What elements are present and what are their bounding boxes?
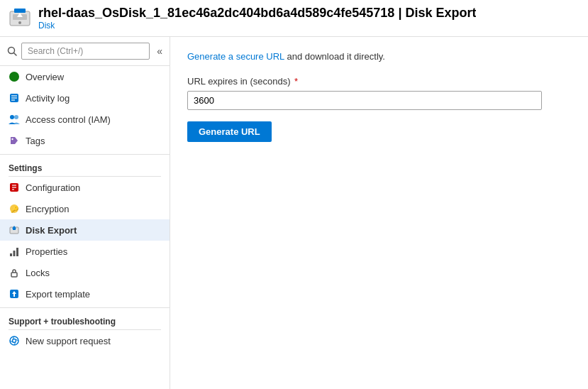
encryption-icon: 🔑	[9, 203, 20, 214]
overview-icon	[9, 71, 20, 82]
svg-rect-27	[11, 273, 17, 277]
required-indicator: *	[294, 76, 298, 87]
sidebar-item-activity-log[interactable]: Activity log	[0, 87, 170, 109]
svg-rect-24	[10, 253, 12, 256]
url-expires-field-group: URL expires in (seconds) *	[187, 76, 571, 110]
generate-url-button[interactable]: Generate URL	[187, 121, 272, 142]
svg-rect-25	[13, 251, 16, 256]
svg-point-30	[10, 336, 18, 345]
sidebar-item-new-support[interactable]: New support request	[0, 330, 170, 351]
search-bar: «	[0, 37, 170, 66]
properties-icon	[9, 246, 20, 257]
svg-text:🔑: 🔑	[11, 205, 19, 214]
svg-line-6	[14, 53, 17, 56]
content-description: Generate a secure URL and download it di…	[187, 51, 571, 62]
nav-section-support: New support request	[0, 330, 170, 351]
svg-rect-26	[16, 248, 18, 256]
content-area: Generate a secure URL and download it di…	[170, 37, 588, 389]
activity-icon	[9, 92, 20, 104]
sidebar-item-properties[interactable]: Properties	[0, 241, 170, 262]
page-header: rhel-daas_OsDisk_1_81ec46a2dc404bd6a4d58…	[0, 0, 588, 37]
search-icon	[7, 46, 17, 56]
svg-rect-23	[13, 229, 16, 230]
svg-point-12	[14, 115, 18, 119]
collapse-button[interactable]: «	[157, 45, 162, 57]
sidebar: « Overview Activity log Access control (…	[0, 37, 170, 389]
svg-point-31	[13, 339, 16, 343]
nav-section-main: Overview Activity log Access control (IA…	[0, 66, 170, 151]
breadcrumb[interactable]: Disk	[38, 21, 476, 31]
locks-icon	[9, 267, 20, 278]
page-title: rhel-daas_OsDisk_1_81ec46a2dc404bd6a4d58…	[38, 6, 476, 21]
diskexport-icon	[9, 224, 20, 236]
generate-url-link[interactable]: Generate a secure URL	[187, 51, 284, 62]
disk-icon	[9, 7, 31, 30]
support-section-label: Support + troubleshooting	[0, 307, 170, 329]
sidebar-item-export-template[interactable]: Export template	[0, 283, 170, 305]
sidebar-item-encryption[interactable]: 🔑 Encryption	[0, 198, 170, 219]
sidebar-item-disk-export[interactable]: Disk Export	[0, 219, 170, 241]
url-expires-input[interactable]	[187, 91, 542, 110]
svg-point-14	[11, 138, 13, 140]
settings-section-label: Settings	[0, 154, 170, 176]
svg-point-11	[10, 115, 14, 119]
sidebar-item-configuration[interactable]: Configuration	[0, 177, 170, 198]
sidebar-item-locks[interactable]: Locks	[0, 262, 170, 283]
access-icon	[9, 114, 20, 125]
field-label: URL expires in (seconds) *	[187, 76, 571, 87]
sidebar-item-overview[interactable]: Overview	[0, 66, 170, 87]
sidebar-item-access-control[interactable]: Access control (IAM)	[0, 109, 170, 130]
svg-rect-3	[14, 9, 26, 13]
tags-icon	[9, 135, 20, 146]
header-title-block: rhel-daas_OsDisk_1_81ec46a2dc404bd6a4d58…	[38, 6, 476, 31]
svg-marker-13	[11, 137, 18, 144]
search-input[interactable]	[21, 43, 150, 60]
support-icon	[9, 335, 20, 346]
content-description-suffix: and download it directly.	[284, 51, 385, 62]
svg-point-2	[18, 21, 21, 24]
main-layout: « Overview Activity log Access control (…	[0, 37, 588, 389]
sidebar-item-tags[interactable]: Tags	[0, 130, 170, 151]
nav-section-settings: Configuration 🔑 Encryption Disk Export P…	[0, 177, 170, 305]
config-icon	[9, 182, 20, 193]
export-icon	[9, 288, 20, 300]
